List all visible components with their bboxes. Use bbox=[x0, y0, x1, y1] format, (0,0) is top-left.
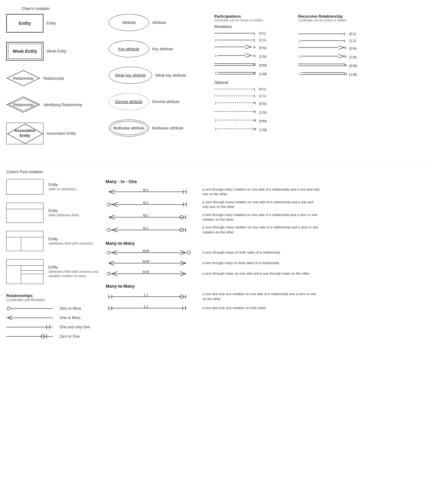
participations-header: Participations bbox=[214, 14, 295, 19]
part-notation-1m: (1:M) bbox=[259, 72, 267, 76]
11-line-1: 1:1 bbox=[106, 293, 199, 300]
opt-row-1m: 1 M (1:M) bbox=[214, 126, 295, 133]
svg-text:1: 1 bbox=[253, 38, 255, 42]
opt-row-11: 1 (1:1) bbox=[214, 93, 295, 98]
svg-text:M: M bbox=[253, 63, 256, 66]
svg-line-100 bbox=[112, 250, 117, 253]
11-row-1: 1:1 a one and only one notation on one s… bbox=[106, 292, 430, 301]
svg-line-73 bbox=[109, 192, 115, 194]
rec-row-1n: 1 N (1:N) bbox=[298, 54, 385, 61]
weak-key-attribute-shape: Weak key attribute bbox=[109, 67, 152, 84]
key-attribute-shape: Key attribute bbox=[109, 40, 149, 57]
zero-more-icon bbox=[6, 305, 56, 312]
svg-text:M:M: M:M bbox=[143, 249, 149, 253]
derived-attribute-label: Derived attribute bbox=[152, 100, 179, 104]
rel-one-more-label: One or More bbox=[60, 316, 97, 320]
svg-point-104 bbox=[187, 251, 190, 254]
part-row-11: 1 1 (1:1) bbox=[214, 38, 295, 43]
svg-line-85 bbox=[109, 215, 115, 217]
opt-line-01: 1 bbox=[214, 87, 258, 92]
svg-line-64 bbox=[8, 316, 12, 318]
mm-desc-3: a zero through many on one side and a on… bbox=[202, 271, 310, 276]
opt-row-0m: 1 M (0:M) bbox=[214, 118, 295, 124]
rec-row-0m: M (0:M) bbox=[298, 62, 385, 69]
svg-text:1: 1 bbox=[215, 54, 217, 58]
crows-header: Crow's Foot notation bbox=[6, 169, 430, 174]
opt-notation-0n: (0:N) bbox=[259, 102, 266, 106]
crows-diagrams-col: Many - to - One M:1 a one through bbox=[106, 179, 430, 343]
svg-line-110 bbox=[180, 263, 186, 265]
m1-desc-2: a zero through many notation on one side… bbox=[202, 200, 320, 209]
svg-text:1: 1 bbox=[215, 71, 217, 75]
svg-text:N: N bbox=[253, 45, 256, 49]
svg-text:1: 1 bbox=[253, 94, 255, 98]
key-attribute-label: Key attribute bbox=[152, 47, 173, 51]
assoc-entity-shape: AssociativeEntity bbox=[6, 123, 43, 144]
svg-text:M:1: M:1 bbox=[143, 226, 149, 230]
many-to-many-title: Many-to-Many bbox=[106, 241, 430, 246]
svg-line-81 bbox=[112, 205, 118, 207]
relationship-shape: Relationship bbox=[6, 70, 40, 87]
svg-text:1: 1 bbox=[215, 119, 217, 122]
mm-line-1: M:M bbox=[106, 249, 199, 256]
svg-line-94 bbox=[112, 230, 118, 232]
chens-entities-col: Entity Entity Weak Entity Weak Entity Re… bbox=[6, 14, 109, 154]
svg-text:M:1: M:1 bbox=[143, 188, 149, 192]
svg-line-72 bbox=[109, 190, 115, 192]
mm-desc-2: a one through many on both sides of a re… bbox=[202, 261, 279, 265]
svg-line-80 bbox=[112, 202, 118, 205]
svg-text:1: 1 bbox=[215, 101, 217, 105]
svg-line-16 bbox=[245, 56, 252, 57]
zero-one-icon bbox=[6, 333, 56, 340]
one-more-icon bbox=[6, 315, 56, 321]
mm-row-3: M:M a zero through many on one side and … bbox=[106, 270, 430, 277]
11-line-2: 1:1 bbox=[106, 304, 199, 312]
crows-entities-col: Entity (with no attributes) Entity (with… bbox=[6, 179, 99, 343]
one-only-icon bbox=[6, 324, 56, 330]
opt-notation-01: (0:1) bbox=[259, 87, 266, 91]
svg-line-51 bbox=[338, 54, 344, 56]
rec-line-11: 1 1 bbox=[298, 38, 348, 43]
svg-point-91 bbox=[107, 228, 110, 232]
svg-text:M:1: M:1 bbox=[143, 214, 149, 217]
opt-row-01: 1 (0:1) bbox=[214, 87, 295, 92]
m1-row-4: M:1 a zero through many notation on one … bbox=[106, 225, 430, 235]
svg-text:1: 1 bbox=[253, 88, 255, 91]
svg-line-109 bbox=[180, 261, 186, 263]
rec-row-11: 1 1 (1:1) bbox=[298, 38, 385, 43]
svg-text:1:1: 1:1 bbox=[143, 304, 148, 308]
svg-text:M: M bbox=[253, 127, 256, 131]
svg-line-86 bbox=[109, 217, 115, 219]
mm-row-2: M:M a one through many on both sides of … bbox=[106, 259, 430, 267]
m1-line-4: M:1 bbox=[106, 226, 199, 234]
chens-attributes-col: Attribute Attribute Key attribute Key at… bbox=[109, 14, 214, 154]
mandatory-label: Mandatory bbox=[214, 25, 295, 29]
mm-desc-1: a zero through many on both sides of a r… bbox=[202, 250, 280, 255]
rel-section: Relationships (Cardinality and Modality)… bbox=[6, 293, 99, 340]
part-notation-01: (0:1) bbox=[259, 31, 266, 35]
cf-entity-rows-item: Entity (attributes field with columns an… bbox=[6, 259, 99, 284]
11-desc-2: a one and only one notation on both side… bbox=[202, 306, 266, 310]
recursive-col: Recursive Relationship Cardinality can b… bbox=[298, 14, 385, 154]
svg-line-117 bbox=[180, 274, 186, 276]
part-row-0n: N (0:N) bbox=[214, 44, 295, 51]
svg-text:1: 1 bbox=[299, 39, 301, 43]
svg-line-93 bbox=[112, 228, 118, 230]
svg-line-108 bbox=[109, 263, 114, 265]
svg-point-112 bbox=[107, 272, 110, 275]
opt-line-0n: 1 N bbox=[214, 100, 258, 107]
svg-line-107 bbox=[109, 261, 114, 263]
svg-text:M: M bbox=[344, 72, 347, 76]
part-line-1n: 1 N bbox=[214, 53, 258, 60]
svg-text:M:M: M:M bbox=[143, 259, 149, 263]
cf-entity-attr-label: Entity (with attributes field) bbox=[48, 209, 79, 217]
chens-header: Chen's notation bbox=[22, 6, 430, 11]
opt-notation-1n: (1:N) bbox=[259, 110, 266, 114]
opt-row-1n: N (1:N) bbox=[214, 109, 295, 116]
part-line-11: 1 1 bbox=[214, 38, 258, 43]
svg-line-116 bbox=[180, 272, 186, 274]
cf-entity-simple: Entity (with no attributes) bbox=[6, 179, 99, 195]
attribute-label: Attribute bbox=[152, 20, 166, 25]
many-to-one-title: Many - to - One bbox=[106, 179, 430, 184]
svg-line-15 bbox=[245, 54, 252, 56]
